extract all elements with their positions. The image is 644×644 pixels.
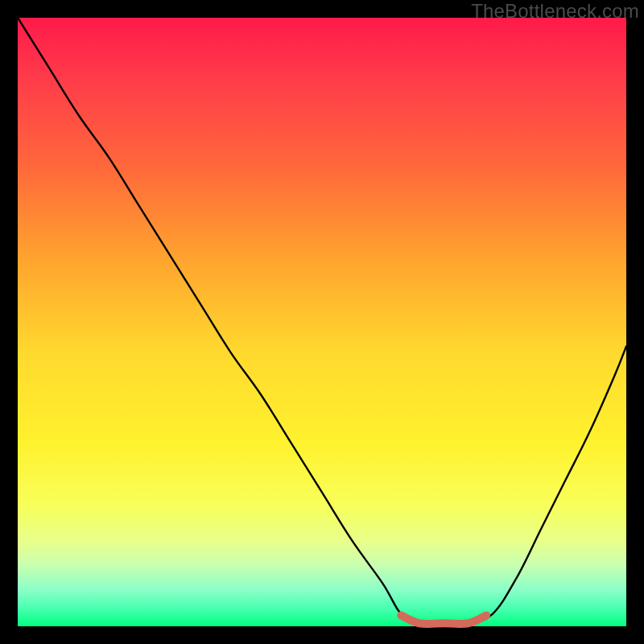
- watermark-text: TheBottleneck.com: [471, 0, 639, 23]
- curve-layer: [18, 18, 626, 626]
- optimal-range-curve: [401, 615, 486, 624]
- chart-container: TheBottleneck.com: [0, 0, 644, 644]
- plot-area: [18, 18, 626, 626]
- bottleneck-curve: [18, 18, 626, 624]
